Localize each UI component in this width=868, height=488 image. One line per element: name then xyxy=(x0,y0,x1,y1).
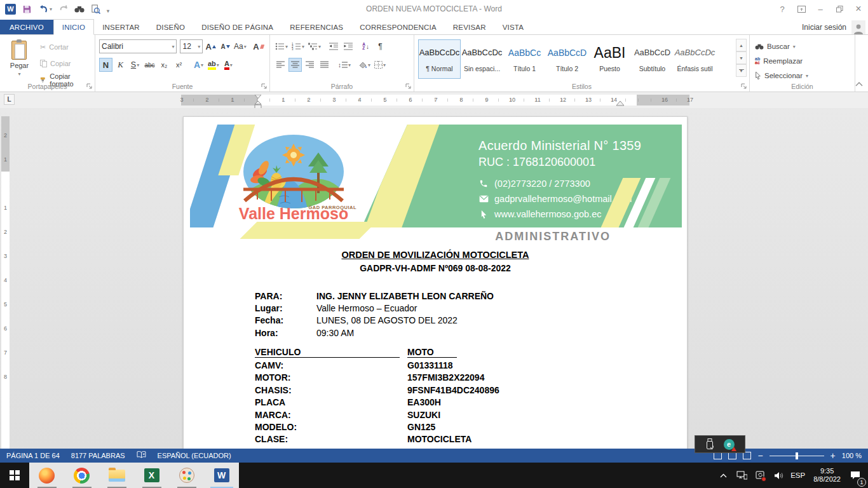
tab-correspondencia[interactable]: CORRESPONDENCIA xyxy=(351,20,445,34)
user-avatar-icon[interactable] xyxy=(851,20,865,34)
eset-antivirus-icon[interactable]: e xyxy=(724,439,735,450)
ribbon-display-options-button[interactable] xyxy=(792,0,811,18)
taskbar-paint[interactable] xyxy=(169,463,204,488)
show-hidden-icons-button[interactable] xyxy=(717,466,729,484)
font-color-button[interactable]: A▾ xyxy=(222,58,235,72)
find-button[interactable]: Buscar▾ xyxy=(755,40,851,53)
taskbar-word[interactable]: W xyxy=(204,463,239,488)
style-titulo-2[interactable]: AaBbCcDTítulo 2 xyxy=(546,39,588,79)
redo-button[interactable] xyxy=(58,4,68,13)
copy-button[interactable]: Copiar xyxy=(39,57,91,71)
restore-button[interactable] xyxy=(830,0,849,18)
line-spacing-button[interactable]: ↕▾ xyxy=(337,58,352,72)
multilevel-list-button[interactable]: ▾ xyxy=(307,39,322,53)
align-left-button[interactable] xyxy=(274,58,287,72)
italic-button[interactable]: K xyxy=(114,58,127,72)
styles-scroll-up-button[interactable]: ▲ xyxy=(736,39,747,51)
zoom-in-button[interactable]: + xyxy=(831,452,836,459)
tab-inicio[interactable]: INICIO xyxy=(53,19,94,35)
page-indicator[interactable]: PÁGINA 1 DE 64 xyxy=(6,452,60,459)
zoom-slider-thumb[interactable] xyxy=(796,452,798,459)
paste-button[interactable]: Pegar ▾ xyxy=(4,38,35,81)
font-size-combo[interactable]: 12▾ xyxy=(180,39,203,53)
superscript-button[interactable]: x² xyxy=(172,58,186,72)
select-button[interactable]: Seleccionar▾ xyxy=(755,69,851,82)
highlight-button[interactable]: ab▾ xyxy=(207,58,220,72)
text-effects-button[interactable]: A▾ xyxy=(192,58,205,72)
show-marks-button[interactable]: ¶ xyxy=(374,39,387,53)
undo-dropdown-icon[interactable]: ▾ xyxy=(50,6,52,12)
tab-referencias[interactable]: REFERENCIAS xyxy=(281,20,351,34)
word-app-icon[interactable]: W xyxy=(5,4,16,15)
styles-more-button[interactable]: ▼ xyxy=(736,64,747,77)
justify-button[interactable] xyxy=(318,58,331,72)
minimize-button[interactable]: – xyxy=(811,0,830,18)
document-page[interactable]: Valle Hermoso GAD PARROQUIAL Acuerdo Min… xyxy=(183,116,688,449)
language-indicator[interactable]: ESPAÑOL (ECUADOR) xyxy=(158,452,231,459)
clipboard-dialog-launcher[interactable] xyxy=(86,83,93,90)
tab-stop-selector[interactable]: L xyxy=(4,94,15,105)
font-family-combo[interactable]: Calibri▾ xyxy=(99,39,177,53)
save-button[interactable] xyxy=(22,4,32,14)
subscript-button[interactable]: x₂ xyxy=(158,58,171,72)
sign-in[interactable]: Iniciar sesión xyxy=(802,20,868,34)
bold-button[interactable]: N xyxy=(99,58,112,72)
decrease-indent-button[interactable] xyxy=(327,39,340,53)
zoom-level[interactable]: 100 % xyxy=(842,452,862,459)
print-preview-button[interactable] xyxy=(91,4,100,14)
zoom-slider[interactable] xyxy=(770,456,824,456)
sort-button[interactable]: AZ↓ xyxy=(359,39,372,53)
volume-icon[interactable] xyxy=(772,466,785,484)
align-right-button[interactable] xyxy=(303,58,316,72)
clock[interactable]: 9:35 8/8/2022 xyxy=(811,467,843,484)
underline-button[interactable]: S▾ xyxy=(128,58,142,72)
shrink-font-button[interactable]: A xyxy=(219,39,232,53)
tab-revisar[interactable]: REVISAR xyxy=(445,20,494,34)
help-button[interactable]: ? xyxy=(773,0,792,18)
taskbar-chrome[interactable] xyxy=(64,463,99,488)
vertical-ruler[interactable]: 21 12345678 xyxy=(1,116,10,449)
collapse-ribbon-button[interactable] xyxy=(855,82,863,86)
action-center-button[interactable]: 1 xyxy=(849,466,862,484)
taskbar-firefox[interactable] xyxy=(29,463,64,488)
find-button-qat[interactable] xyxy=(74,5,85,13)
shading-button[interactable]: ▾ xyxy=(357,58,372,72)
tab-diseno[interactable]: DISEÑO xyxy=(148,20,193,34)
keyboard-language[interactable]: ESP xyxy=(790,471,805,479)
start-button[interactable] xyxy=(0,463,29,488)
sync-notification-icon[interactable] xyxy=(754,466,766,484)
usb-drive-icon[interactable] xyxy=(706,438,714,450)
styles-dialog-launcher[interactable] xyxy=(741,83,747,90)
qat-customize-button[interactable]: ▾ xyxy=(107,4,109,15)
style-puesto[interactable]: AaBIPuesto xyxy=(588,39,631,79)
paste-dropdown-icon[interactable]: ▾ xyxy=(18,71,20,77)
styles-scroll-down-button[interactable]: ▼ xyxy=(736,51,747,64)
right-indent-marker[interactable] xyxy=(616,101,625,106)
align-center-button[interactable] xyxy=(288,58,302,72)
clear-formatting-button[interactable]: A xyxy=(252,39,266,53)
style-titulo-1[interactable]: AaBbCcTítulo 1 xyxy=(503,39,546,79)
cut-button[interactable]: ✂ Cortar xyxy=(39,40,91,54)
taskbar-file-explorer[interactable] xyxy=(99,463,134,488)
proofing-status[interactable] xyxy=(137,451,146,460)
grow-font-button[interactable]: A xyxy=(204,39,217,53)
style-enfasis-sutil[interactable]: AaBbCcDcÉnfasis sutil xyxy=(674,39,716,79)
strikethrough-button[interactable]: abc xyxy=(143,58,156,72)
tab-diseno-pagina[interactable]: DISEÑO DE PÁGINA xyxy=(193,20,281,34)
style-sin-espaciado[interactable]: AaBbCcDcSin espaci... xyxy=(461,39,503,79)
increase-indent-button[interactable] xyxy=(341,39,355,53)
style-normal[interactable]: AaBbCcDc¶ Normal xyxy=(418,39,461,79)
network-icon[interactable] xyxy=(735,466,748,484)
replace-button[interactable]: abac Reemplazar xyxy=(755,55,851,67)
tab-archivo[interactable]: ARCHIVO xyxy=(0,20,53,34)
close-button[interactable]: × xyxy=(849,0,868,18)
undo-button[interactable]: ▾ xyxy=(38,4,52,13)
paragraph-dialog-launcher[interactable] xyxy=(405,83,412,90)
horizontal-ruler[interactable]: 321 1234567891011121314 1617 xyxy=(181,95,689,105)
numbering-button[interactable]: 123▾ xyxy=(290,39,306,53)
taskbar-excel[interactable]: X xyxy=(134,463,169,488)
bullets-button[interactable]: ▾ xyxy=(274,39,289,53)
style-subtitulo[interactable]: AaBbCcDSubtítulo xyxy=(631,39,674,79)
change-case-button[interactable]: Aa▾ xyxy=(233,39,247,53)
tab-vista[interactable]: VISTA xyxy=(494,20,532,34)
